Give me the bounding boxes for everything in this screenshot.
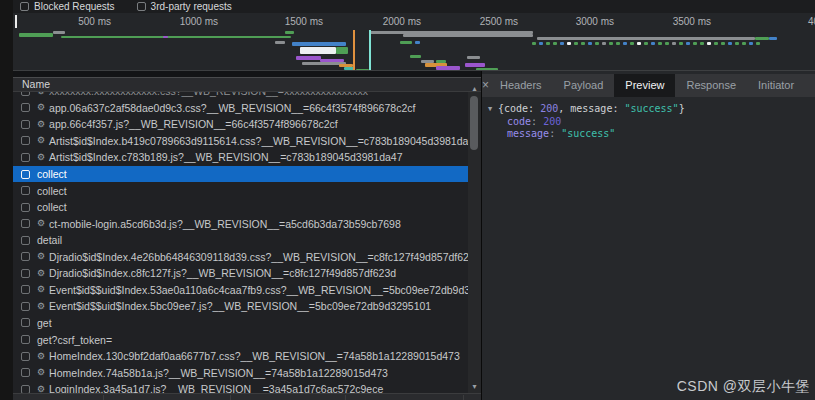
footer-column-divider — [103, 395, 104, 400]
row-checkbox[interactable] — [21, 352, 30, 361]
row-checkbox[interactable] — [21, 120, 30, 129]
waterfall-dash-segment — [679, 42, 683, 45]
waterfall-bar — [296, 56, 321, 60]
waterfall-bar — [19, 33, 53, 37]
request-row[interactable]: ⚙ct-mobile-login.a5cd6b3d.js?__WB_REVISI… — [13, 215, 468, 232]
request-row[interactable]: ⚙Event$id$$uid$Index.5bc09ee7.js?__WB_RE… — [13, 298, 468, 315]
request-details-pane: × HeadersPayloadPreviewResponseInitiator… — [481, 71, 815, 400]
tab-initiator[interactable]: Initiator — [747, 74, 805, 97]
row-checkbox[interactable] — [21, 302, 30, 311]
request-row[interactable]: ⚙app.66c4f357.js?__WB_REVISION__=66c4f35… — [13, 116, 468, 133]
preview-root-line[interactable]: ▼{code: 200, message: "success"} — [488, 103, 815, 116]
waterfall-bar — [292, 42, 346, 46]
request-row[interactable]: ⚙Artist$id$Index.b419c0789663d9115614.cs… — [13, 133, 468, 150]
request-row[interactable]: get — [13, 315, 468, 332]
request-row[interactable]: ⚙xxxxxxxx.xxxxxxxxxxxx.css?__WB_REVISION… — [13, 92, 468, 100]
waterfall-bar — [403, 34, 533, 37]
request-row[interactable]: ⚙Djradio$id$Index.c8fc127f.js?__WB_REVIS… — [13, 265, 468, 282]
waterfall-dash-segment — [644, 42, 648, 45]
request-row[interactable]: ⚙app.06a637c2af58dae0d9c3.css?__WB_REVIS… — [13, 100, 468, 117]
file-icon: ⚙ — [37, 92, 45, 96]
file-icon: ⚙ — [37, 285, 45, 294]
waterfall-dash-segment — [714, 42, 718, 45]
request-row[interactable]: ⚙LoginIndex.3a45a1d7.js?__WB_REVISION__=… — [13, 381, 468, 393]
checkbox-icon[interactable] — [20, 2, 29, 11]
row-checkbox[interactable] — [21, 170, 30, 179]
file-icon: ⚙ — [37, 368, 45, 377]
waterfall-dash-segment — [756, 42, 760, 45]
row-checkbox[interactable] — [21, 335, 30, 344]
row-checkbox[interactable] — [21, 219, 30, 228]
scroll-down-icon[interactable]: ▾ — [468, 383, 481, 391]
row-checkbox[interactable] — [21, 136, 30, 145]
waterfall-dash-segment — [588, 42, 592, 45]
json-token-string: "success" — [561, 128, 615, 139]
event-marker-line — [353, 30, 355, 70]
request-name: Artist$id$Index.b419c0789663d9115614.css… — [49, 135, 468, 147]
summary-footer-bar — [13, 393, 481, 400]
preview-property-line[interactable]: message: "success" — [488, 128, 815, 141]
row-checkbox[interactable] — [21, 285, 30, 294]
file-icon: ⚙ — [37, 103, 45, 112]
row-checkbox[interactable] — [21, 236, 30, 245]
third-party-requests-checkbox[interactable]: 3rd-party requests — [137, 0, 232, 13]
timeline-tick-label: 3000 ms — [576, 16, 614, 27]
file-icon: ⚙ — [37, 269, 45, 278]
request-name: get?csrf_token= — [37, 334, 112, 346]
request-list-scrollbar[interactable]: ▴ ▾ — [468, 92, 481, 393]
scrollbar-thumb[interactable] — [470, 96, 478, 150]
name-column-header[interactable]: Name — [13, 77, 481, 92]
request-row[interactable]: collect — [13, 199, 468, 216]
checkbox-icon[interactable] — [137, 2, 146, 11]
tab-preview[interactable]: Preview — [614, 74, 675, 97]
waterfall-dash-segment — [574, 42, 578, 45]
devtools-network-panel: Blocked Requests 3rd-party requests 500 … — [0, 0, 815, 400]
row-checkbox[interactable] — [21, 153, 30, 162]
request-row[interactable]: collect — [13, 166, 468, 183]
waterfall-bar — [61, 36, 291, 38]
row-checkbox[interactable] — [21, 186, 30, 195]
request-row[interactable]: ⚙HomeIndex.74a58b1a.js?__WB_REVISION__=7… — [13, 364, 468, 381]
request-row[interactable]: get?csrf_token= — [13, 331, 468, 348]
tab-response[interactable]: Response — [675, 74, 747, 97]
row-checkbox[interactable] — [21, 385, 30, 393]
waterfall-overview[interactable] — [13, 30, 815, 71]
waterfall-dash-segment — [609, 42, 613, 45]
footer-column-divider — [463, 395, 464, 400]
tab-payload[interactable]: Payload — [553, 74, 615, 97]
request-row[interactable]: collect — [13, 182, 468, 199]
waterfall-bar — [400, 41, 412, 44]
waterfall-dash-segment — [693, 42, 697, 45]
row-checkbox[interactable] — [21, 103, 30, 112]
scroll-up-icon[interactable]: ▴ — [468, 85, 481, 93]
waterfall-dash-segment — [707, 42, 711, 45]
timeline-ruler[interactable]: 500 ms1000 ms1500 ms2000 ms2500 ms3000 m… — [13, 13, 815, 30]
blocked-requests-checkbox[interactable]: Blocked Requests — [20, 0, 115, 13]
waterfall-dash-segment — [567, 42, 571, 45]
expand-arrow-icon[interactable]: ▼ — [488, 103, 498, 116]
request-row[interactable]: ⚙Djradio$id$Index.4e26bb64846309118d39.c… — [13, 249, 468, 266]
row-checkbox[interactable] — [21, 269, 30, 278]
preview-property-line[interactable]: code: 200 — [488, 116, 815, 129]
waterfall-bar — [285, 31, 294, 34]
waterfall-bar — [537, 37, 755, 40]
blocked-requests-label: Blocked Requests — [34, 1, 115, 12]
request-row[interactable]: ⚙HomeIndex.130c9bf2daf0aa6677b7.css?__WB… — [13, 348, 468, 365]
row-checkbox[interactable] — [21, 368, 30, 377]
window-edge-strip — [0, 0, 13, 400]
waterfall-dash-segment — [672, 42, 676, 45]
timeline-tick-label: 500 ms — [78, 16, 111, 27]
tab-timing[interactable]: Timing — [805, 74, 815, 97]
request-row[interactable]: ⚙Artist$id$Index.c783b189.js?__WB_REVISI… — [13, 149, 468, 166]
row-checkbox[interactable] — [21, 203, 30, 212]
request-row[interactable]: ⚙Event$id$$uid$Index.53ae0a110a6c4caa7fb… — [13, 282, 468, 299]
tab-headers[interactable]: Headers — [489, 74, 553, 97]
timeline-tick-label: 2500 ms — [480, 16, 518, 27]
request-name: detail — [37, 234, 62, 246]
request-row[interactable]: detail — [13, 232, 468, 249]
row-checkbox[interactable] — [21, 318, 30, 327]
row-checkbox[interactable] — [21, 252, 30, 261]
waterfall-bar — [336, 47, 348, 54]
close-icon[interactable]: × — [482, 74, 489, 97]
row-checkbox[interactable] — [21, 92, 30, 96]
